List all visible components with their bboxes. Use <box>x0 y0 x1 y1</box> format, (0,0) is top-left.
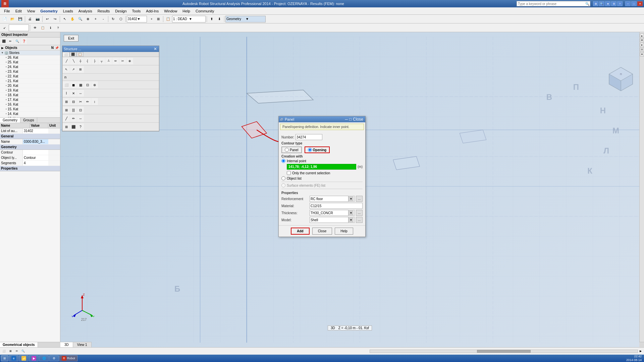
screenshot-btn[interactable]: 📷 <box>34 15 41 23</box>
geo-tab-objects[interactable]: Geometrical objects <box>0 342 38 347</box>
struct-tab-1[interactable]: ⬜ <box>62 52 69 57</box>
model-browse[interactable]: … <box>356 217 363 223</box>
selection-dropdown[interactable]: 31402 ▼ <box>127 16 147 22</box>
taskbar-chrome[interactable]: 🌐 <box>39 355 49 361</box>
load-btn1[interactable]: ⬆ <box>208 15 215 23</box>
right-btn-4[interactable]: ⊟ <box>640 48 644 52</box>
sp5-btn2[interactable]: ⊟ <box>70 98 77 105</box>
tree-item-24kat[interactable]: +24. Kat <box>0 65 60 69</box>
undo-btn[interactable]: ↩ <box>44 15 51 23</box>
sp-btn1[interactable]: ╱ <box>63 58 70 64</box>
obj-help-btn[interactable]: ? <box>54 24 62 32</box>
object-list-radio[interactable] <box>281 176 285 180</box>
reinforcement-browse[interactable]: … <box>356 196 363 202</box>
sp7-btn2[interactable]: ✏ <box>70 115 77 122</box>
obj-prop-btn[interactable]: 📋 <box>39 24 46 32</box>
panel-radio[interactable] <box>285 148 289 152</box>
bt-btn1[interactable]: ⬜ <box>1 348 7 354</box>
only-current-checkbox[interactable] <box>287 171 291 175</box>
bt-btn2[interactable]: ⊞ <box>7 348 13 354</box>
sp3-btn5[interactable]: ⊕ <box>91 81 98 88</box>
sp3-btn4[interactable]: ⊡ <box>84 81 91 88</box>
bt-btn3[interactable]: ✏ <box>14 348 20 354</box>
menu-file[interactable]: File <box>1 8 13 14</box>
menu-edit[interactable]: Edit <box>13 8 24 14</box>
stories-header[interactable]: ▼ 🏢 Stories <box>0 51 60 55</box>
insp-btn-4[interactable]: ❓ <box>21 38 27 44</box>
tree-item-19kat[interactable]: +19. Kat <box>0 88 60 93</box>
tree-item-14kat[interactable]: +14. Kat <box>0 112 60 116</box>
number-input[interactable] <box>296 134 322 140</box>
case-icon-btn[interactable]: 📋 <box>164 15 172 23</box>
view3d-btn[interactable]: ⬡ <box>117 15 124 23</box>
sp5-btn4[interactable]: ✏ <box>84 98 91 105</box>
panel-dialog-min[interactable]: ─ <box>344 117 349 122</box>
sp4-btn3[interactable]: ↔ <box>77 90 84 97</box>
nav-cube[interactable]: П <box>607 66 634 93</box>
tree-item-20kat[interactable]: +20. Kat <box>0 83 60 88</box>
tree-item-25kat[interactable]: +25. Kat <box>0 60 60 65</box>
sp-btn10[interactable]: ⊕ <box>126 58 133 64</box>
sp-btn6[interactable]: ┬ <box>98 58 105 64</box>
add-sel-btn[interactable]: + <box>149 15 154 23</box>
sp-btn4[interactable]: ┤ <box>84 58 91 64</box>
sp5-btn5[interactable]: ↕ <box>91 98 98 105</box>
panel-dialog-max[interactable]: □ <box>348 117 352 122</box>
sp6-btn1[interactable]: ⊞ <box>63 107 70 113</box>
exit-button[interactable]: Exit <box>64 35 78 42</box>
menu-help[interactable]: Help <box>180 8 193 14</box>
menu-analysis[interactable]: Analysis <box>76 8 95 14</box>
sp7-btn1[interactable]: ╱ <box>63 115 70 122</box>
sp2-btn1[interactable]: ↖ <box>63 66 70 73</box>
struct-tab-3[interactable]: 📋 <box>76 52 84 57</box>
minimize-btn[interactable]: ─ <box>625 1 631 6</box>
tree-scrollbar[interactable] <box>643 62 644 129</box>
opening-radio[interactable] <box>308 148 312 152</box>
pin-btn[interactable]: 📌 <box>55 46 59 50</box>
tree-item-17kat[interactable]: +17. Kat <box>0 98 60 102</box>
sp3-btn2[interactable]: ◼ <box>70 81 77 88</box>
sp-btn9[interactable]: ✂ <box>119 58 126 64</box>
model-dropdown[interactable]: Shell ▼ <box>310 217 355 223</box>
sp2-btn3[interactable]: ⊞ <box>77 66 84 73</box>
viewport[interactable]: Exit В Б П Н М Л К П <box>60 32 639 347</box>
tab-groups[interactable]: Groups <box>20 118 37 123</box>
zoom-in-btn[interactable]: + <box>92 15 99 23</box>
sp-btn8[interactable]: ✏ <box>112 58 119 64</box>
zoom-out-btn[interactable]: - <box>100 15 107 23</box>
sp2-btn2[interactable]: ↗ <box>70 66 77 73</box>
grid-icon-btn[interactable]: ⊞ <box>593 1 598 6</box>
sp-btn3[interactable]: ┼ <box>77 58 84 64</box>
menu-window[interactable]: Window <box>161 8 180 14</box>
search-input[interactable] <box>517 2 585 6</box>
filter-dropdown[interactable] <box>9 24 29 31</box>
select-btn[interactable]: ↖ <box>61 15 68 23</box>
sp5-btn1[interactable]: ⊞ <box>63 98 70 105</box>
tab-view1[interactable]: View 1 <box>73 342 92 347</box>
tree-item-21kat[interactable]: +21. Kat <box>0 79 60 83</box>
h-scrollbar[interactable] <box>370 350 638 353</box>
model-arrow[interactable]: ▼ <box>348 217 354 223</box>
thickness-arrow[interactable]: ▼ <box>348 210 354 216</box>
tree-item-15kat[interactable]: +15. Kat <box>0 107 60 112</box>
settings-btn[interactable]: ⚙ <box>611 1 616 6</box>
obj-inspector-btn[interactable]: 👁 <box>31 24 39 32</box>
sp6-btn3[interactable]: ⊡ <box>77 107 84 113</box>
sp4-btn1[interactable]: I <box>63 90 70 97</box>
tree-item-18kat[interactable]: +18. Kat <box>0 93 60 98</box>
sp8-btn2[interactable]: ⬛ <box>70 123 77 130</box>
taskbar-ie[interactable]: e <box>9 355 18 361</box>
search-tools-btn[interactable]: 🔍 <box>599 1 604 6</box>
scroll-right-btn[interactable]: ▶ <box>638 349 643 354</box>
right-btn-1[interactable]: ▲ <box>640 34 644 38</box>
taskbar-robot[interactable]: R Robot <box>59 355 77 361</box>
menu-design[interactable]: Design <box>112 8 129 14</box>
tree-expand-all[interactable]: ▶ <box>1 46 4 50</box>
start-btn[interactable]: ⊞ <box>1 355 8 361</box>
print-btn[interactable]: 🖨 <box>26 15 34 23</box>
menu-community[interactable]: Community <box>193 8 217 14</box>
help-btn[interactable]: ? <box>617 1 623 6</box>
insp-btn-3[interactable]: 🔍 <box>14 38 20 44</box>
material-input[interactable] <box>310 203 363 209</box>
menu-results[interactable]: Results <box>95 8 113 14</box>
